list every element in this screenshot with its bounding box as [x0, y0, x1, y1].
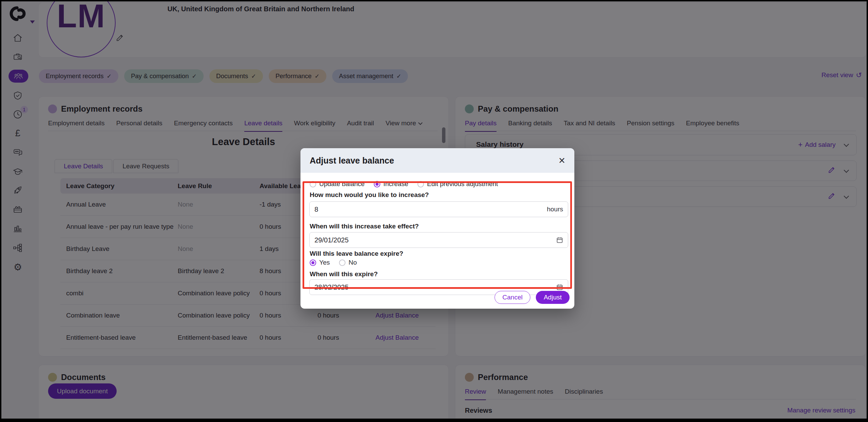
- adjustment-type-radios: Update balance Increase Edit previous ad…: [310, 180, 498, 188]
- close-icon[interactable]: ✕: [558, 156, 565, 166]
- calendar-icon[interactable]: [556, 237, 563, 243]
- expire-date-label: When will this expire?: [310, 270, 378, 278]
- expire-radios: Yes No: [310, 259, 357, 266]
- amount-input[interactable]: 8 hours: [309, 201, 568, 217]
- radio-update-balance[interactable]: Update balance: [310, 180, 365, 188]
- modal-footer: Cancel Adjust: [495, 291, 570, 304]
- radio-yes[interactable]: Yes: [310, 259, 330, 266]
- effect-date-label: When will this increase take effect?: [310, 223, 419, 230]
- effect-date-input[interactable]: 29/01/2025: [309, 232, 568, 248]
- radio-icon[interactable]: [417, 181, 424, 187]
- adjust-leave-balance-modal: Adjust leave balance ✕ Update balance In…: [300, 148, 574, 309]
- cancel-button[interactable]: Cancel: [495, 291, 530, 304]
- modal-title: Adjust leave balance: [310, 156, 394, 166]
- calendar-icon[interactable]: [556, 284, 563, 291]
- expire-question-label: Will this leave balance expire?: [310, 250, 403, 257]
- radio-no[interactable]: No: [339, 259, 357, 266]
- radio-selected-icon[interactable]: [374, 181, 380, 187]
- amount-label: How much would you like to increase?: [310, 191, 429, 199]
- hours-suffix: hours: [547, 206, 563, 213]
- radio-edit-previous-adjustment[interactable]: Edit previous adjustment: [417, 180, 498, 188]
- radio-icon[interactable]: [310, 181, 316, 187]
- modal-header: Adjust leave balance ✕: [300, 148, 574, 173]
- app-root: 1 £ ⚙ UK, United Kingdom of Great Britai…: [0, 0, 868, 422]
- radio-icon[interactable]: [339, 259, 345, 266]
- radio-increase[interactable]: Increase: [374, 180, 408, 188]
- adjust-button[interactable]: Adjust: [536, 291, 570, 304]
- radio-selected-icon[interactable]: [310, 259, 316, 266]
